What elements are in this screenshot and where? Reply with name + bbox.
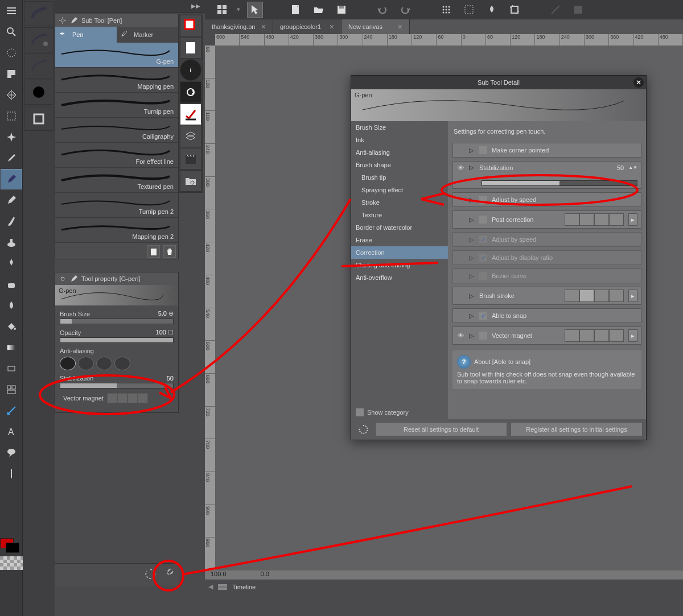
value[interactable]: 100: [156, 329, 166, 336]
open-folder-icon[interactable]: [311, 2, 327, 18]
tool-move[interactable]: [1, 43, 22, 63]
category-item[interactable]: Stroke: [351, 196, 448, 209]
tool-eraser[interactable]: [1, 274, 22, 295]
subtool-item[interactable]: Turnip pen: [55, 93, 178, 118]
brush-preset-1[interactable]: [24, 1, 54, 26]
pointer-icon[interactable]: [247, 2, 263, 18]
new-file-icon[interactable]: [288, 2, 304, 18]
paint-icon[interactable]: [484, 2, 500, 18]
eye-icon[interactable]: 👁: [456, 332, 464, 339]
tool-pencil[interactable]: [1, 190, 22, 210]
document-tab[interactable]: thanksgiving.pn×: [205, 19, 273, 34]
prop-brush-size[interactable]: Brush Size5.0 ⊕: [60, 310, 174, 324]
check-stroke-icon[interactable]: [180, 104, 201, 125]
tool-blend[interactable]: [1, 295, 22, 316]
snap-grid-icon[interactable]: [461, 2, 477, 18]
checkbox[interactable]: [479, 332, 487, 340]
brush-preset-3[interactable]: [24, 53, 54, 78]
background-color[interactable]: [6, 543, 19, 553]
color-swatch[interactable]: [0, 538, 23, 565]
prop-vector-magnet[interactable]: Vector magnet: [60, 393, 174, 403]
row-make-corner[interactable]: ▷ Make corner pointed: [452, 143, 641, 158]
eye-icon[interactable]: 👁: [456, 164, 464, 171]
tool-eyedropper[interactable]: [1, 148, 22, 168]
tool-operation[interactable]: [1, 64, 22, 84]
category-item[interactable]: Brush shape: [351, 159, 448, 171]
row-able-snap[interactable]: ▷ Able to snap: [452, 308, 641, 323]
prop-opacity[interactable]: Opacity100 ☐: [60, 329, 174, 343]
crop-icon[interactable]: [507, 2, 522, 18]
expand-icon[interactable]: ▸: [628, 213, 637, 226]
subtool-item[interactable]: For effect line: [55, 143, 178, 168]
tool-menu[interactable]: [1, 1, 22, 21]
tool-correct-line[interactable]: [1, 464, 22, 484]
grid-icon[interactable]: [214, 2, 230, 18]
checkbox[interactable]: [479, 312, 487, 320]
value[interactable]: 50: [601, 164, 624, 171]
tool-frame[interactable]: [1, 379, 22, 400]
close-icon[interactable]: ×: [330, 22, 334, 31]
tool-ruler[interactable]: [1, 400, 22, 421]
document-icon[interactable]: [180, 37, 201, 59]
register-button[interactable]: Register all settings to initial setting…: [511, 422, 643, 437]
brush-preset-4[interactable]: [24, 80, 54, 105]
redo-icon[interactable]: [397, 2, 413, 18]
close-icon[interactable]: ✕: [633, 77, 644, 88]
value[interactable]: 5.0: [158, 310, 167, 317]
aa-option-4[interactable]: [114, 357, 130, 370]
undo-icon[interactable]: [375, 2, 390, 18]
transparent-color[interactable]: [0, 556, 23, 570]
opacity-slider[interactable]: [60, 337, 174, 343]
brush-preset-2[interactable]: [24, 27, 54, 52]
category-item[interactable]: Correction: [351, 246, 448, 259]
value[interactable]: 50: [167, 375, 174, 382]
snap-dots-icon[interactable]: [438, 2, 454, 18]
category-item[interactable]: Texture: [351, 209, 448, 221]
tool-text[interactable]: A: [1, 421, 22, 442]
tool-zoom[interactable]: [1, 22, 22, 42]
close-icon[interactable]: ×: [398, 22, 402, 31]
clapper-icon[interactable]: [180, 148, 201, 169]
tool-figure[interactable]: [1, 358, 22, 379]
category-item[interactable]: Erase: [351, 234, 448, 246]
folder-search-icon[interactable]: [180, 170, 201, 192]
close-icon[interactable]: ×: [261, 22, 266, 31]
tool-decoration[interactable]: [1, 253, 22, 274]
toolprop-header[interactable]: Tool property [G-pen]: [55, 272, 178, 285]
transform-icon[interactable]: [548, 2, 563, 18]
stabilization-slider[interactable]: [60, 383, 174, 388]
aa-option-2[interactable]: [78, 357, 94, 370]
category-item[interactable]: Brush tip: [351, 171, 448, 184]
layers-icon[interactable]: [180, 126, 201, 147]
tab-marker[interactable]: 🖊 Marker: [117, 27, 178, 43]
subtool-item[interactable]: Mapping pen 2: [55, 218, 178, 243]
brush-size-slider[interactable]: [60, 319, 174, 324]
category-item[interactable]: Anti-aliasing: [351, 146, 448, 159]
subtool-item[interactable]: Turnip pen 2: [55, 193, 178, 218]
checkbox[interactable]: [356, 408, 364, 416]
info-icon[interactable]: i: [180, 59, 201, 81]
timeline-bar[interactable]: ◀ Timeline: [205, 580, 683, 593]
save-icon[interactable]: [334, 2, 349, 18]
subtool-item[interactable]: G-pen: [55, 43, 178, 68]
aa-option-1[interactable]: [60, 357, 76, 370]
subtool-panel-header[interactable]: Sub Tool [Pen]: [55, 14, 178, 27]
tool-marquee[interactable]: [1, 106, 22, 126]
brush-preset-5[interactable]: [24, 106, 54, 131]
wrench-icon[interactable]: [164, 293, 175, 303]
subtool-item[interactable]: Textured pen: [55, 168, 178, 193]
category-item[interactable]: Border of watercolor: [351, 221, 448, 234]
tool-fill[interactable]: [1, 316, 22, 337]
aa-option-3[interactable]: [96, 357, 112, 370]
color-frame-icon[interactable]: [180, 15, 201, 36]
tool-wand[interactable]: [1, 127, 22, 147]
stabilization-slider[interactable]: [482, 180, 637, 186]
reset-button[interactable]: Reset all settings to default: [375, 422, 507, 437]
delete-subtool-icon[interactable]: [163, 245, 176, 258]
document-tab[interactable]: New canvas×: [342, 19, 410, 34]
row-stabilization[interactable]: 👁▷ Stabilization 50▲▼: [452, 161, 641, 189]
subtool-item[interactable]: Mapping pen: [55, 68, 178, 93]
category-item[interactable]: Starting and ending: [351, 259, 448, 271]
reset-icon[interactable]: [143, 567, 157, 581]
scroll-right-icon[interactable]: ▶▶: [191, 3, 200, 9]
